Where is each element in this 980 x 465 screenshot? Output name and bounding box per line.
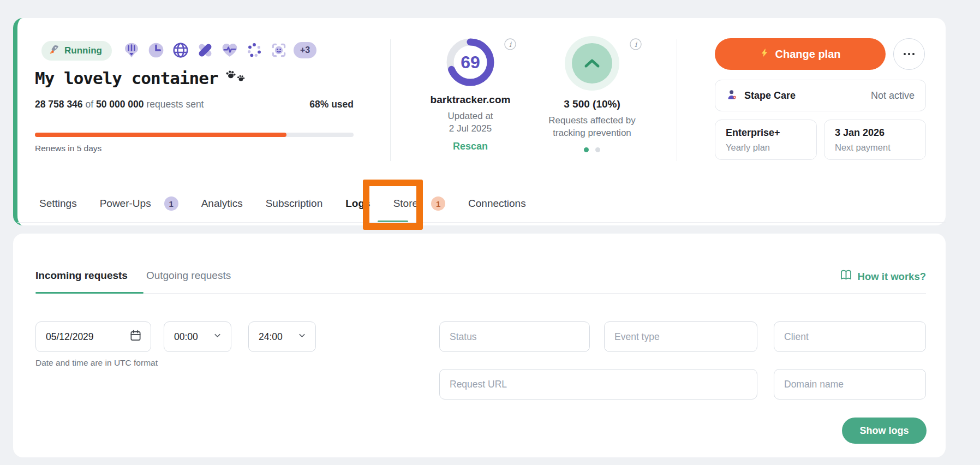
tracking-desc: Requests affected by tracking prevention — [535, 114, 649, 140]
status-filter-input[interactable] — [439, 321, 590, 352]
calendar-icon — [129, 329, 142, 344]
trend-up-icon — [572, 43, 612, 84]
clock-icon[interactable] — [146, 40, 166, 60]
powerups-row: +3 — [122, 40, 316, 60]
stape-care-label: Stape Care — [744, 90, 796, 102]
tab-analytics[interactable]: Analytics — [201, 198, 243, 210]
heart-pulse-icon[interactable] — [220, 40, 240, 60]
book-icon — [840, 270, 852, 283]
paw-prints-icon — [225, 68, 246, 88]
usage-used: 28 758 346 — [35, 99, 83, 110]
usage-progress-bar — [35, 133, 354, 137]
usage-suffix: requests sent — [146, 99, 204, 110]
status-label: Running — [64, 45, 102, 56]
time-from-select[interactable]: 00:00 — [164, 321, 231, 352]
trend-circle — [565, 36, 619, 91]
stape-care-status: Not active — [871, 90, 915, 102]
score-value: 69 — [446, 38, 494, 86]
event-type-filter-input[interactable] — [604, 321, 757, 352]
carousel-dots — [535, 147, 649, 152]
change-plan-button[interactable]: Change plan — [715, 38, 886, 70]
active-subtab-underline — [35, 292, 144, 294]
powerups-overflow-badge[interactable]: +3 — [294, 42, 316, 58]
usage-of: of — [85, 99, 93, 110]
tab-settings[interactable]: Settings — [39, 198, 77, 210]
domain-name: barktracker.com — [416, 94, 525, 106]
next-payment-card: 3 Jan 2026 Next payment — [824, 120, 926, 160]
plan-card: Enterprise+ Yearly plan — [715, 120, 817, 160]
info-icon[interactable]: i — [504, 38, 516, 52]
logs-panel: Incoming requests Outgoing requests How … — [13, 234, 946, 457]
time-to-select[interactable]: 24:00 — [248, 321, 316, 352]
stape-care-card[interactable]: Stape Care Not active — [715, 80, 926, 111]
loader-dots-icon[interactable] — [244, 40, 264, 60]
sub-tabs-divider — [35, 293, 926, 294]
score-gauge: 69 — [446, 38, 494, 86]
time-to-value: 24:00 — [259, 331, 297, 343]
globe-icon[interactable] — [171, 40, 190, 60]
utc-note: Date and time are in UTC format — [35, 358, 158, 368]
store-count-badge: 1 — [431, 196, 445, 211]
domain-score-widget: i 69 barktracker.com Updated at 2 Jul 20… — [416, 36, 525, 152]
divider — [390, 39, 391, 161]
bolt-icon — [760, 48, 769, 61]
chevron-down-icon — [297, 331, 307, 343]
tracking-value: 3 500 (10%) — [535, 98, 649, 110]
payment-date: 3 Jan 2026 — [835, 127, 915, 139]
how-it-works-link[interactable]: How it works? — [840, 270, 926, 283]
tab-store[interactable]: Store 1 — [393, 196, 445, 211]
page: { "colors": { "accent_green": "#3fa880",… — [0, 0, 980, 465]
show-logs-button[interactable]: Show logs — [842, 418, 927, 444]
request-url-filter-input[interactable] — [439, 369, 757, 400]
usage-summary: 28 758 346 of 50 000 000 requests sent 6… — [35, 99, 354, 110]
chevron-down-icon — [213, 331, 222, 343]
bandage-icon[interactable] — [195, 40, 215, 60]
stape-care-icon — [726, 89, 738, 103]
tab-subscription[interactable]: Subscription — [266, 198, 323, 210]
page-title: My lovely container — [35, 68, 246, 88]
usage-total: 50 000 000 — [96, 99, 144, 110]
brain-icon[interactable] — [122, 40, 141, 60]
face-scan-icon[interactable] — [269, 40, 289, 60]
power-ups-count-badge: 1 — [164, 196, 178, 211]
usage-progress-fill — [35, 133, 286, 137]
tab-incoming-requests[interactable]: Incoming requests — [35, 270, 128, 284]
tab-connections[interactable]: Connections — [468, 198, 526, 210]
tab-power-ups[interactable]: Power-Ups 1 — [100, 196, 178, 211]
tabs-divider — [17, 222, 946, 223]
tab-logs[interactable]: Logs — [345, 198, 370, 210]
main-tabs: Settings Power-Ups 1 Analytics Subscript… — [39, 192, 526, 216]
carousel-dot[interactable] — [595, 147, 600, 152]
payment-label: Next payment — [835, 142, 915, 153]
usage-percent: 68% used — [309, 99, 354, 110]
tracking-prevention-widget: i 3 500 (10%) Requests affected by track… — [535, 36, 649, 152]
time-from-value: 00:00 — [174, 331, 213, 343]
divider — [677, 39, 677, 161]
logs-direction-tabs: Incoming requests Outgoing requests — [35, 270, 231, 284]
rocket-icon — [49, 44, 59, 57]
container-overview-card: Running +3 My lovely container — [13, 18, 946, 225]
date-value: 05/12/2029 — [46, 331, 129, 343]
status-badge: Running — [41, 41, 112, 61]
rescan-link[interactable]: Rescan — [416, 141, 525, 152]
active-tab-underline — [378, 220, 408, 222]
client-filter-input[interactable] — [774, 321, 926, 352]
plan-name: Enterprise+ — [726, 127, 806, 139]
updated-at: Updated at 2 Jul 2025 — [416, 110, 525, 135]
renewal-note: Renews in 5 days — [35, 144, 101, 153]
plan-period: Yearly plan — [726, 142, 806, 153]
container-name: My lovely container — [35, 68, 218, 88]
domain-name-filter-input[interactable] — [774, 369, 926, 400]
carousel-dot-active[interactable] — [584, 147, 589, 152]
info-icon[interactable]: i — [630, 38, 642, 52]
date-input[interactable]: 05/12/2029 — [35, 321, 151, 352]
more-options-button[interactable] — [893, 38, 925, 70]
tab-outgoing-requests[interactable]: Outgoing requests — [146, 270, 231, 284]
